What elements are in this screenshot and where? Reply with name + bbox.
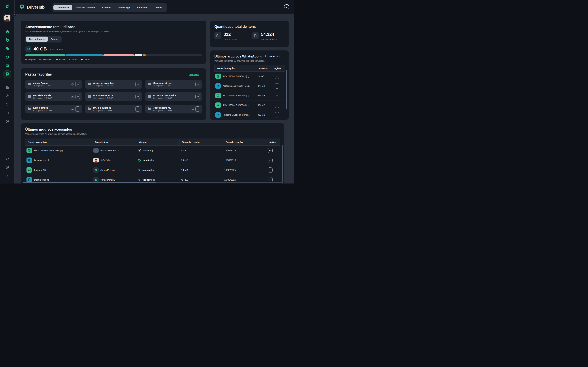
whatsapp-file-row[interactable]: Relatorio_Auditoria_Conta... 322 MB bbox=[214, 110, 285, 120]
favorite-folder-tile[interactable]: Contratos ativos 28 arquivos|1.7 GB bbox=[145, 80, 202, 89]
image-file-icon bbox=[215, 74, 221, 79]
folder-more-button[interactable] bbox=[135, 106, 140, 112]
document-file-icon bbox=[215, 112, 221, 117]
tab-favoritos[interactable]: Favoritos bbox=[134, 5, 151, 10]
sidebar-item-columns[interactable] bbox=[3, 62, 11, 69]
sidebar-item-support[interactable] bbox=[3, 118, 11, 125]
stat-total-pastas: 312 Total de pastas bbox=[214, 32, 247, 41]
owner-name: Jonas Pereira bbox=[100, 169, 115, 171]
folder-meta: 44 arquivos|2.6 GB bbox=[153, 109, 191, 112]
whatsapp-file-row[interactable]: IMG-20250617-WA0748.jpg 534 MB bbox=[214, 100, 285, 110]
sidebar-avatar[interactable] bbox=[3, 14, 11, 22]
toggle-origem[interactable]: Origem bbox=[48, 37, 61, 42]
favorite-folder-tile[interactable]: Jonas Pereira 36 arquivos|3.4 GB bbox=[25, 80, 82, 89]
sidebar-item-account-support[interactable] bbox=[3, 164, 11, 171]
favorite-folder-tile[interactable]: Loja 3 Irmãos 67 arquivos|4.1 GB bbox=[25, 105, 82, 113]
whatsapp-card-subtitle: Visualize os últimos 20 arquivos das sua… bbox=[214, 60, 285, 62]
whatsapp-file-row[interactable]: IMG-20250617-WA0041.jpg 2.4 GB bbox=[214, 72, 285, 81]
topbar: DriveHub Dashboard Área de Trabalho Clie… bbox=[0, 0, 294, 14]
sidebar-item-building[interactable] bbox=[3, 83, 11, 91]
file-more-button[interactable] bbox=[275, 103, 279, 108]
favorite-folder-tile[interactable]: DARFs quitados 43 arquivos|2.5 GB bbox=[85, 105, 142, 113]
document-file-icon bbox=[26, 158, 32, 163]
sidebar-item-logout[interactable] bbox=[3, 172, 11, 180]
lock-icon bbox=[191, 108, 194, 110]
phone-contact-avatar bbox=[93, 148, 99, 153]
col-nome-do-arquivo: Nome do arquivo bbox=[26, 139, 92, 145]
connecthub-brand: connecthub bbox=[264, 55, 280, 58]
horizontal-scrollbar-thumb[interactable] bbox=[23, 182, 156, 183]
file-more-button[interactable] bbox=[268, 158, 273, 163]
toggle-tipo-de-arquivo[interactable]: Tipo de Arquivo bbox=[26, 37, 48, 42]
sidebar-item-layers[interactable] bbox=[3, 45, 11, 52]
favorite-folder-tile[interactable]: João Ribeiro ME 44 arquivos|2.6 GB bbox=[145, 105, 202, 113]
folder-more-button[interactable] bbox=[135, 82, 140, 87]
horizontal-scrollbar[interactable] bbox=[23, 182, 283, 183]
tab-clientes[interactable]: Clientes bbox=[99, 5, 114, 10]
recent-files-table: Nome do arquivo Proprietário Origem Tama… bbox=[25, 139, 280, 184]
by-label: by bbox=[260, 55, 262, 58]
recent-file-row[interactable]: IMG-20250617-WA0001.jpg +55 11947894677 … bbox=[25, 146, 280, 155]
legend-dot bbox=[69, 59, 70, 60]
folder-more-button[interactable] bbox=[195, 94, 200, 99]
file-more-button[interactable] bbox=[275, 74, 279, 79]
inbox-check-icon bbox=[5, 111, 9, 115]
support-agent-icon bbox=[5, 166, 9, 169]
favorite-folder-tile[interactable]: Documentos 2024 120 arquivos|5.3 GB bbox=[85, 92, 142, 101]
recent-file-row[interactable]: Documento 12 João Silva monitorhub 2.4 M… bbox=[25, 155, 280, 165]
document-file-icon bbox=[215, 83, 221, 89]
sidebar-item-chart-pie[interactable] bbox=[3, 53, 11, 61]
favorites-grid: Jonas Pereira 36 arquivos|3.4 GB Arquivo… bbox=[25, 80, 202, 113]
origin-label: connecthub bbox=[142, 178, 155, 181]
favorite-folder-tile[interactable]: Farmácia Vitória 39 arquivos|2.4 GB bbox=[25, 92, 82, 101]
tab-whatsapp[interactable]: WhatsApp bbox=[115, 5, 133, 10]
recent-table-header: Nome do arquivo Proprietário Origem Tama… bbox=[25, 139, 280, 146]
folder-more-button[interactable] bbox=[135, 94, 140, 99]
sidebar-item-monitorhub[interactable] bbox=[3, 36, 11, 44]
whatsapp-files-card: Últimos arquivos WhatsApp by connecthub … bbox=[210, 50, 289, 120]
sidebar-collapse-button[interactable]: › bbox=[12, 12, 17, 17]
folder-more-button[interactable] bbox=[75, 106, 80, 112]
lock-icon bbox=[71, 95, 74, 98]
folder-more-button[interactable] bbox=[75, 82, 80, 87]
whatsapp-table-scrollbar[interactable] bbox=[286, 70, 287, 109]
image-file-icon bbox=[26, 148, 32, 153]
legend-dot bbox=[56, 59, 58, 60]
sidebar-item-academy[interactable] bbox=[3, 155, 11, 162]
tab-lixeira[interactable]: Lixeira bbox=[151, 5, 165, 10]
sidebar-item-users[interactable] bbox=[3, 101, 11, 108]
logout-icon bbox=[5, 174, 9, 178]
tab-dashboard[interactable]: Dashboard bbox=[53, 5, 72, 10]
file-more-button[interactable] bbox=[275, 83, 279, 89]
legend-videos: Vídeos bbox=[56, 58, 65, 61]
file-more-button[interactable] bbox=[275, 93, 279, 98]
whatsapp-file-row[interactable]: Apresentacao_Anual_Resu... 872 MB bbox=[214, 81, 285, 91]
folder-meta: 28 arquivos|1.7 GB bbox=[153, 85, 195, 87]
folder-more-button[interactable] bbox=[75, 94, 80, 99]
favorite-folder-tile[interactable]: Arquivos urgentes 12 arquivos|900 MB bbox=[85, 80, 142, 89]
favorite-folder-tile[interactable]: DCTFWeb - Enviados 34 arquivos|1.9 GB bbox=[145, 92, 202, 101]
recent-table-scrollbar[interactable] bbox=[282, 145, 283, 184]
see-more-link[interactable]: Ver mais → bbox=[190, 73, 202, 76]
sidebar-item-home[interactable] bbox=[3, 28, 11, 35]
sidebar-item-inbox[interactable] bbox=[3, 109, 11, 117]
file-more-button[interactable] bbox=[268, 148, 273, 153]
file-more-button[interactable] bbox=[275, 112, 279, 117]
folder-more-button[interactable] bbox=[195, 82, 200, 87]
recent-file-row[interactable]: Imagem 18 Jonas Pereira connecthub 2.4 M… bbox=[25, 165, 280, 175]
user-photo bbox=[93, 158, 99, 163]
drivehub-brand-avatar-icon bbox=[94, 168, 98, 172]
bar-columns-icon bbox=[5, 64, 9, 68]
sidebar-item-settings[interactable] bbox=[3, 92, 11, 100]
file-more-button[interactable] bbox=[268, 167, 273, 173]
tab-area-de-trabalho[interactable]: Área de Trabalho bbox=[73, 5, 98, 10]
col-nome-do-arquivo: Nome do arquivo bbox=[215, 65, 255, 71]
col-tamanho: Tamanho bbox=[255, 65, 272, 71]
folder-more-button[interactable] bbox=[195, 106, 200, 112]
help-icon[interactable]: ? bbox=[284, 4, 289, 9]
file-name: IMG-20250617-WA0001.jpg bbox=[34, 149, 63, 152]
sidebar-item-drivehub-active[interactable] bbox=[3, 70, 11, 78]
folder-icon bbox=[87, 107, 91, 111]
divider bbox=[3, 81, 11, 81]
whatsapp-file-row[interactable]: IMG-20250617-WA0451.jpg 645 MB bbox=[214, 91, 285, 100]
